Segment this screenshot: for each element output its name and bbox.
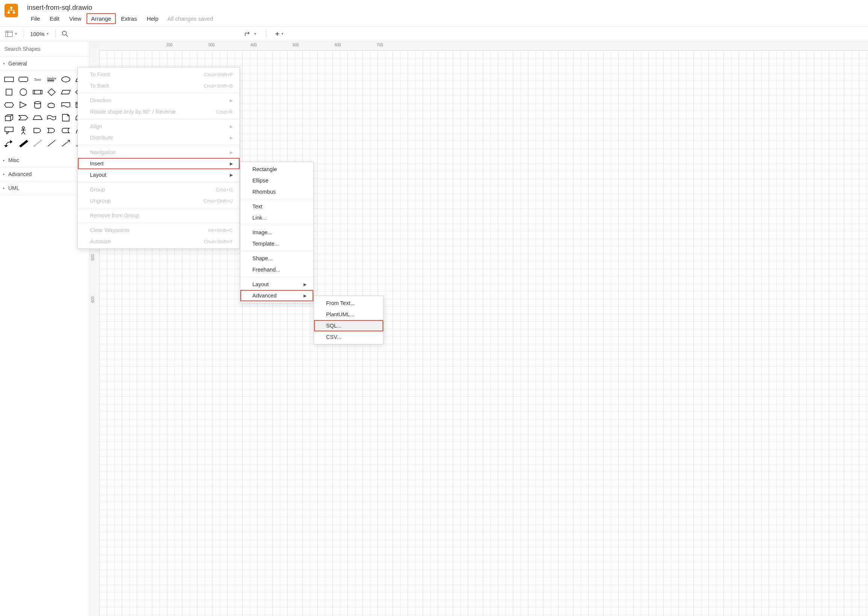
svg-line-30 xyxy=(62,141,69,146)
menu-edit[interactable]: Edit xyxy=(45,13,64,24)
arrange-item-to-front: To FrontCmd+Shift+F xyxy=(78,69,239,80)
waypoints-button[interactable]: ▼ xyxy=(244,31,257,37)
submenu-arrow-icon: ▶ xyxy=(303,282,307,287)
plus-icon: + xyxy=(275,30,280,38)
insert-item-rectangle[interactable]: Rectangle xyxy=(240,163,313,175)
sidebar-section-misc[interactable]: ▸Misc xyxy=(0,154,89,167)
disclosure-right-icon: ▸ xyxy=(3,186,7,190)
svg-line-28 xyxy=(34,140,41,146)
shape-tape[interactable] xyxy=(45,112,58,123)
shape-cloud[interactable] xyxy=(45,99,58,110)
shape-note[interactable] xyxy=(59,112,72,123)
arrange-item-insert[interactable]: Insert▶ xyxy=(78,158,239,169)
menu-separator xyxy=(78,223,239,223)
svg-line-25 xyxy=(23,132,25,134)
shape-process[interactable] xyxy=(31,86,44,98)
svg-rect-0 xyxy=(10,7,13,9)
shape-ellipse[interactable] xyxy=(59,74,72,85)
shape-line-arrow[interactable] xyxy=(59,138,72,149)
submenu-insert: RectangleEllipseRhombusTextLink...Image.… xyxy=(240,162,314,303)
svg-rect-2 xyxy=(13,12,15,14)
shape-trapezoid[interactable] xyxy=(31,112,44,123)
shape-cube[interactable] xyxy=(2,112,16,123)
shape-document[interactable] xyxy=(59,99,72,110)
shape-triangle[interactable] xyxy=(17,99,30,110)
menu-help[interactable]: Help xyxy=(142,13,163,24)
menu-file[interactable]: File xyxy=(26,13,44,24)
shape-or[interactable] xyxy=(45,125,58,136)
menu-extras[interactable]: Extras xyxy=(116,13,142,24)
toolbar: ▼ 100% ▼ ▼ + ▼ xyxy=(0,27,868,41)
disclosure-right-icon: ▸ xyxy=(3,172,7,176)
shape-circle[interactable] xyxy=(17,86,30,98)
zoom-control[interactable]: 100% ▼ xyxy=(30,31,49,37)
insert-item-link[interactable]: Link... xyxy=(240,212,313,223)
insert-item-template[interactable]: Template... xyxy=(240,238,313,249)
main: ▾General Text Heading xyxy=(0,41,868,616)
advanced-item-sql[interactable]: SQL... xyxy=(314,320,383,331)
app-logo[interactable] xyxy=(5,4,18,17)
ruler-tick: 300 xyxy=(208,43,215,47)
sidebar: ▾General Text Heading xyxy=(0,41,90,616)
shape-data-storage[interactable] xyxy=(59,125,72,136)
insert-button[interactable]: + ▼ xyxy=(275,30,284,38)
shape-text[interactable]: Text xyxy=(31,74,44,85)
shape-rect[interactable] xyxy=(2,74,16,85)
shape-textbox[interactable]: Heading xyxy=(45,74,58,85)
submenu-advanced: From Text...PlantUML...SQL...CSV... xyxy=(314,295,384,344)
advanced-item-from-text[interactable]: From Text... xyxy=(314,297,383,309)
menu-separator xyxy=(240,277,313,277)
shape-rounded-rect[interactable] xyxy=(17,74,30,85)
insert-item-advanced[interactable]: Advanced▶ xyxy=(240,290,313,301)
menu-item-label: Group xyxy=(90,187,105,193)
shape-bidir-arrow[interactable] xyxy=(2,138,16,149)
arrange-item-direction: Direction▶ xyxy=(78,95,239,106)
insert-item-ellipse[interactable]: Ellipse xyxy=(240,175,313,186)
ruler-tick: 500 xyxy=(91,254,95,261)
sidebar-section-uml[interactable]: ▸UML xyxy=(0,181,89,195)
menu-item-label: Remove from Group xyxy=(90,212,139,218)
search-shapes-input[interactable] xyxy=(3,44,86,54)
insert-item-image[interactable]: Image... xyxy=(240,227,313,238)
shape-cylinder[interactable] xyxy=(31,99,44,110)
insert-item-freehand[interactable]: Freehand... xyxy=(240,264,313,275)
shape-callout[interactable] xyxy=(2,125,16,136)
menu-item-label: Rectangle xyxy=(252,166,277,172)
svg-rect-8 xyxy=(5,77,14,82)
ruler-tick: 600 xyxy=(91,296,95,303)
shape-and[interactable] xyxy=(31,125,44,136)
insert-item-text[interactable]: Text xyxy=(240,201,313,212)
view-mode-button[interactable]: ▼ xyxy=(5,30,18,37)
submenu-arrow-icon: ▶ xyxy=(230,135,233,140)
shape-thick-line[interactable] xyxy=(17,138,30,149)
submenu-arrow-icon: ▶ xyxy=(230,98,233,103)
svg-line-7 xyxy=(66,35,68,37)
ruler-horizontal: 200300400500600700 xyxy=(99,41,868,50)
insert-item-layout[interactable]: Layout▶ xyxy=(240,279,313,290)
submenu-arrow-icon: ▶ xyxy=(230,150,233,155)
insert-item-shape[interactable]: Shape... xyxy=(240,253,313,264)
shape-square[interactable] xyxy=(2,86,16,98)
arrange-item-autosize: AutosizeCmd+Shift+Y xyxy=(78,236,239,247)
sidebar-section-advanced[interactable]: ▸Advanced xyxy=(0,167,89,181)
menu-view[interactable]: View xyxy=(65,13,86,24)
advanced-item-csv[interactable]: CSV... xyxy=(314,331,383,343)
shape-actor[interactable] xyxy=(17,125,30,136)
shape-line[interactable] xyxy=(45,138,58,149)
menu-separator xyxy=(240,199,313,199)
shape-diamond[interactable] xyxy=(45,86,58,98)
insert-item-rhombus[interactable]: Rhombus xyxy=(240,186,313,198)
document-title[interactable]: insert-from-sql.drawio xyxy=(26,4,213,12)
fit-page-button[interactable] xyxy=(62,30,68,37)
shape-parallelogram[interactable] xyxy=(59,86,72,98)
shape-hexagon[interactable] xyxy=(2,99,16,110)
shape-step[interactable] xyxy=(17,112,30,123)
menu-arrange[interactable]: Arrange xyxy=(86,13,115,24)
shape-dashed-line[interactable] xyxy=(31,138,44,149)
menu-item-label: Image... xyxy=(252,229,272,236)
ruler-tick: 500 xyxy=(292,43,299,47)
advanced-item-plantuml[interactable]: PlantUML... xyxy=(314,309,383,320)
sidebar-section-general[interactable]: ▾General xyxy=(0,57,89,71)
menu-shortcut: Cmd+Shift+Y xyxy=(204,239,233,244)
arrange-item-layout[interactable]: Layout▶ xyxy=(78,169,239,181)
